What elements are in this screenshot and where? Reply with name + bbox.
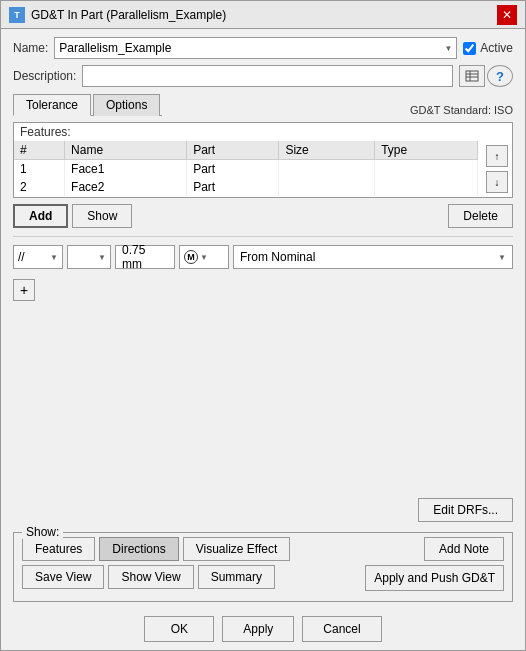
- tabs-row: Tolerance Options GD&T Standard: ISO: [13, 93, 513, 116]
- row2-name: Face2: [65, 178, 187, 196]
- secondary-arrow: ▼: [98, 253, 106, 262]
- edit-drfs-row: Edit DRFs...: [13, 498, 513, 522]
- show-buttons-row2: Save View Show View Summary Apply and Pu…: [22, 565, 504, 591]
- row2-num: 2: [14, 178, 65, 196]
- row1-type: [375, 160, 478, 179]
- add-note-button[interactable]: Add Note: [424, 537, 504, 561]
- divider1: [13, 236, 513, 237]
- col-header-num: #: [14, 141, 65, 160]
- arrow-buttons: ↑ ↓: [482, 141, 512, 197]
- show-buttons-row1: Features Directions Visualize Effect Add…: [22, 537, 504, 561]
- modifier-circle: M: [184, 250, 198, 264]
- name-combo[interactable]: Parallelism_Example ▼: [54, 37, 457, 59]
- tab-options[interactable]: Options: [93, 94, 160, 116]
- show-group: Show: Features Directions Visualize Effe…: [13, 532, 513, 602]
- row1-size: [279, 160, 375, 179]
- move-down-button[interactable]: ↓: [486, 171, 508, 193]
- summary-button[interactable]: Summary: [198, 565, 275, 589]
- features-section: Features: # Name Part Size Type: [13, 122, 513, 198]
- content-area: Name: Parallelism_Example ▼ Active Descr…: [1, 29, 525, 610]
- row2-type: [375, 178, 478, 196]
- col-header-size: Size: [279, 141, 375, 160]
- col-header-name: Name: [65, 141, 187, 160]
- description-icons: ?: [459, 65, 513, 87]
- col-header-type: Type: [375, 141, 478, 160]
- tabs: Tolerance Options: [13, 93, 162, 116]
- name-value: Parallelism_Example: [59, 41, 171, 55]
- edit-drfs-button[interactable]: Edit DRFs...: [418, 498, 513, 522]
- cancel-button[interactable]: Cancel: [302, 616, 381, 642]
- tab-tolerance[interactable]: Tolerance: [13, 94, 91, 116]
- features-table: # Name Part Size Type 1 Face1 Pa: [14, 141, 478, 196]
- from-nominal-value: From Nominal: [240, 250, 315, 264]
- bottom-buttons: OK Apply Cancel: [1, 610, 525, 650]
- col-header-part: Part: [187, 141, 279, 160]
- active-label: Active: [480, 41, 513, 55]
- description-input[interactable]: [82, 65, 453, 87]
- move-up-button[interactable]: ↑: [486, 145, 508, 167]
- svg-rect-0: [466, 71, 478, 81]
- name-label: Name:: [13, 41, 48, 55]
- save-view-button[interactable]: Save View: [22, 565, 104, 589]
- row2-size: [279, 178, 375, 196]
- show-feature-button[interactable]: Show: [72, 204, 132, 228]
- row1-part: Part: [187, 160, 279, 179]
- window-title: GD&T In Part (Parallelism_Example): [31, 8, 226, 22]
- table-row[interactable]: 1 Face1 Part: [14, 160, 478, 179]
- tolerance-row: // ▼ ▼ 0.75 mm M ▼ From Nominal ▼: [13, 245, 513, 269]
- row1-num: 1: [14, 160, 65, 179]
- modifier-arrow: ▼: [200, 253, 208, 262]
- modifier-combo[interactable]: M ▼: [179, 245, 229, 269]
- features-show-button[interactable]: Features: [22, 537, 95, 561]
- apply-push-button[interactable]: Apply and Push GD&T: [365, 565, 504, 591]
- close-button[interactable]: ✕: [497, 5, 517, 25]
- main-window: T GD&T In Part (Parallelism_Example) ✕ N…: [0, 0, 526, 651]
- row1-name: Face1: [65, 160, 187, 179]
- features-buttons-row: Add Show Delete: [13, 204, 513, 228]
- tolerance-value[interactable]: 0.75 mm: [115, 245, 175, 269]
- features-table-container: # Name Part Size Type 1 Face1 Pa: [14, 141, 478, 197]
- apply-button[interactable]: Apply: [222, 616, 294, 642]
- visualize-effect-button[interactable]: Visualize Effect: [183, 537, 291, 561]
- description-label: Description:: [13, 69, 76, 83]
- name-row: Name: Parallelism_Example ▼ Active: [13, 37, 513, 59]
- window-icon: T: [9, 7, 25, 23]
- title-bar-left: T GD&T In Part (Parallelism_Example): [9, 7, 226, 23]
- add-button[interactable]: Add: [13, 204, 68, 228]
- from-nominal-arrow: ▼: [498, 253, 506, 262]
- table-icon-btn[interactable]: [459, 65, 485, 87]
- help-icon-btn[interactable]: ?: [487, 65, 513, 87]
- name-combo-arrow: ▼: [444, 44, 452, 53]
- symbol-arrow: ▼: [50, 253, 58, 262]
- symbol-combo[interactable]: // ▼: [13, 245, 63, 269]
- row2-part: Part: [187, 178, 279, 196]
- table-row[interactable]: 2 Face2 Part: [14, 178, 478, 196]
- features-with-arrows: # Name Part Size Type 1 Face1 Pa: [14, 141, 512, 197]
- features-header: Features:: [14, 123, 512, 141]
- show-view-button[interactable]: Show View: [108, 565, 193, 589]
- active-checkbox-row: Active: [463, 41, 513, 55]
- symbol-value: //: [18, 250, 25, 264]
- description-row: Description: ?: [13, 65, 513, 87]
- title-bar: T GD&T In Part (Parallelism_Example) ✕: [1, 1, 525, 29]
- gdt-standard: GD&T Standard: ISO: [410, 104, 513, 116]
- show-label: Show:: [22, 525, 63, 539]
- plus-row: +: [13, 279, 513, 301]
- directions-button[interactable]: Directions: [99, 537, 178, 561]
- spacer: [13, 307, 513, 492]
- from-nominal-combo[interactable]: From Nominal ▼: [233, 245, 513, 269]
- active-checkbox[interactable]: [463, 42, 476, 55]
- add-row-button[interactable]: +: [13, 279, 35, 301]
- delete-button[interactable]: Delete: [448, 204, 513, 228]
- ok-button[interactable]: OK: [144, 616, 214, 642]
- secondary-combo[interactable]: ▼: [67, 245, 111, 269]
